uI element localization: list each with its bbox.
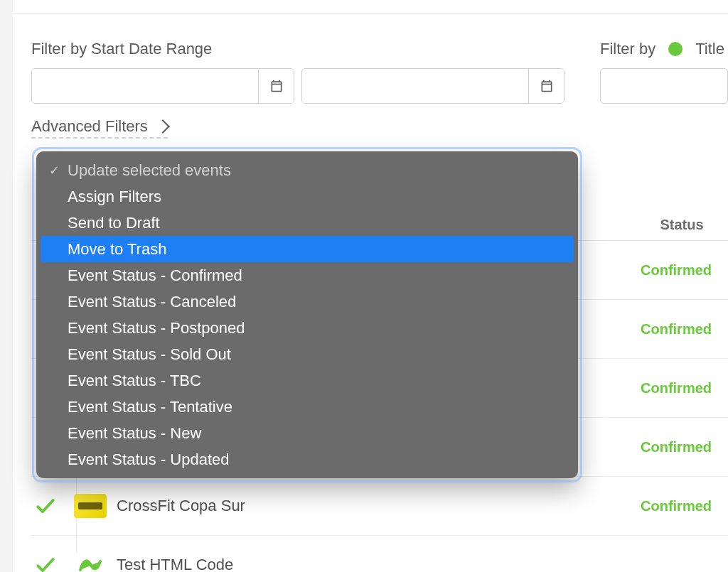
status-dot-icon — [668, 42, 682, 56]
row-status: Confirmed — [630, 498, 722, 514]
row-title[interactable]: CrossFit Copa Sur — [117, 497, 630, 515]
dropdown-option[interactable]: Event Status - Sold Out — [36, 341, 578, 367]
left-rail — [0, 0, 13, 572]
filter-by-row: Filter by Title — [600, 40, 728, 58]
calendar-icon — [269, 79, 284, 93]
filter-by-label: Filter by — [600, 40, 655, 58]
dropdown-option[interactable]: Event Status - Canceled — [36, 288, 578, 315]
check-icon — [34, 495, 57, 517]
advanced-filters-toggle[interactable]: Advanced Filters — [31, 117, 168, 139]
filter-by-mode[interactable]: Title — [695, 40, 724, 58]
end-date-input[interactable] — [302, 69, 528, 103]
advanced-filters-label: Advanced Filters — [31, 117, 148, 136]
row-status: Confirmed — [630, 262, 722, 279]
end-date-picker-button[interactable] — [528, 69, 564, 103]
row-thumbnail — [74, 494, 107, 518]
table-row[interactable]: Test HTML Code — [31, 536, 728, 572]
filter-by-input[interactable] — [600, 68, 728, 104]
filter-by-group: Filter by Title — [600, 40, 728, 104]
row-check[interactable] — [31, 554, 74, 572]
start-date-picker-button[interactable] — [258, 69, 294, 103]
check-icon — [34, 554, 57, 572]
bulk-action-dropdown[interactable]: Update selected eventsAssign FiltersSend… — [36, 151, 578, 478]
logo-icon — [77, 556, 103, 572]
dropdown-option[interactable]: Event Status - Confirmed — [36, 262, 578, 288]
dropdown-option[interactable]: Event Status - New — [36, 420, 578, 446]
row-status: Confirmed — [630, 380, 722, 396]
calendar-icon — [540, 79, 554, 93]
column-header-status[interactable]: Status — [636, 217, 728, 233]
row-thumbnail — [74, 553, 107, 572]
dropdown-option[interactable]: Assign Filters — [36, 183, 578, 210]
dropdown-option[interactable]: Event Status - TBC — [36, 367, 578, 394]
row-status: Confirmed — [630, 321, 722, 338]
content-area: Filter by Start Date Range Filter by Tit… — [13, 0, 728, 572]
dropdown-option[interactable]: Send to Draft — [36, 210, 578, 236]
dropdown-option[interactable]: Event Status - Updated — [36, 446, 578, 473]
start-date-input-wrap — [31, 68, 294, 104]
table-row[interactable]: CrossFit Copa SurConfirmed — [31, 477, 728, 536]
top-divider — [13, 13, 728, 14]
row-status: Confirmed — [630, 439, 722, 455]
dropdown-option[interactable]: Update selected events — [36, 157, 578, 183]
dropdown-option[interactable]: Move to Trash — [41, 236, 574, 262]
row-title[interactable]: Test HTML Code — [117, 556, 630, 572]
dropdown-option[interactable]: Event Status - Tentative — [36, 394, 578, 420]
chevron-right-icon — [156, 119, 170, 134]
end-date-input-wrap — [301, 68, 564, 104]
start-date-input[interactable] — [32, 69, 258, 103]
dropdown-option[interactable]: Event Status - Postponed — [36, 315, 578, 341]
row-check[interactable] — [31, 495, 74, 517]
